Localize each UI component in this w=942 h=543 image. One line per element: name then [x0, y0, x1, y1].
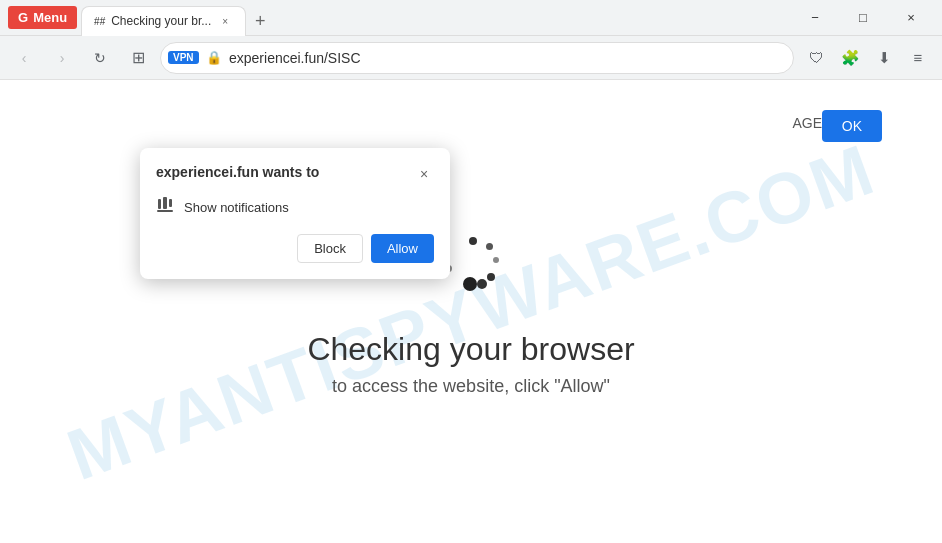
browser-menu-button[interactable]: ≡	[902, 42, 934, 74]
spinner-dot	[477, 279, 487, 289]
download-button[interactable]: ⬇	[868, 42, 900, 74]
extensions-button[interactable]: 🧩	[834, 42, 866, 74]
block-button[interactable]: Block	[297, 234, 363, 263]
page-content: MYANTISPYWARE.COM AGE OK experiencei.fun…	[0, 80, 942, 543]
spinner-dot	[487, 273, 495, 281]
nav-bar: ‹ › ↻ ⊞ VPN 🔒 🛡 🧩 ⬇ ≡	[0, 36, 942, 80]
active-tab[interactable]: ## Checking your br... ×	[81, 6, 246, 36]
dialog-close-button[interactable]: ×	[414, 164, 434, 184]
spinner-dot	[469, 237, 477, 245]
grid-button[interactable]: ⊞	[122, 42, 154, 74]
menu-button[interactable]: G Menu	[8, 6, 77, 29]
nav-actions: 🛡 🧩 ⬇ ≡	[800, 42, 934, 74]
permission-dialog: experiencei.fun wants to × Show notifica…	[140, 148, 450, 279]
maximize-button[interactable]: □	[840, 2, 886, 34]
forward-button[interactable]: ›	[46, 42, 78, 74]
refresh-button[interactable]: ↻	[84, 42, 116, 74]
g-logo: G	[18, 10, 28, 25]
dialog-buttons: Block Allow	[156, 234, 434, 263]
spinner-dot	[463, 277, 477, 291]
address-bar-container: VPN 🔒	[160, 42, 794, 74]
address-bar[interactable]	[160, 42, 794, 74]
dialog-header: experiencei.fun wants to ×	[156, 164, 434, 184]
spinner-dot	[493, 257, 499, 263]
tab-title: Checking your br...	[111, 14, 211, 28]
tab-bar: ## Checking your br... × +	[81, 0, 788, 36]
lock-icon: 🔒	[206, 50, 222, 65]
svg-rect-2	[169, 199, 172, 207]
svg-rect-1	[163, 197, 167, 209]
svg-rect-3	[157, 210, 173, 212]
permission-label: Show notifications	[184, 200, 289, 215]
spinner-dot	[486, 243, 493, 250]
title-bar: G Menu ## Checking your br... × + − □ ×	[0, 0, 942, 36]
page-main-title: Checking your browser	[307, 331, 634, 368]
vpn-badge: VPN	[168, 51, 199, 64]
menu-label: Menu	[33, 10, 67, 25]
new-tab-button[interactable]: +	[246, 8, 274, 36]
tab-close-button[interactable]: ×	[217, 13, 233, 29]
ok-button[interactable]: OK	[822, 110, 882, 142]
browser-window: G Menu ## Checking your br... × + − □ × …	[0, 0, 942, 543]
tab-favicon: ##	[94, 16, 105, 27]
back-button[interactable]: ‹	[8, 42, 40, 74]
dialog-permission-row: Show notifications	[156, 196, 434, 218]
minimize-button[interactable]: −	[792, 2, 838, 34]
svg-rect-0	[158, 199, 161, 209]
dialog-title: experiencei.fun wants to	[156, 164, 319, 180]
window-close-button[interactable]: ×	[888, 2, 934, 34]
window-controls: − □ ×	[792, 2, 934, 34]
shield-button[interactable]: 🛡	[800, 42, 832, 74]
age-text: AGE	[792, 115, 822, 131]
allow-button[interactable]: Allow	[371, 234, 434, 263]
page-subtitle: to access the website, click "Allow"	[332, 376, 610, 397]
notification-icon	[156, 196, 174, 218]
